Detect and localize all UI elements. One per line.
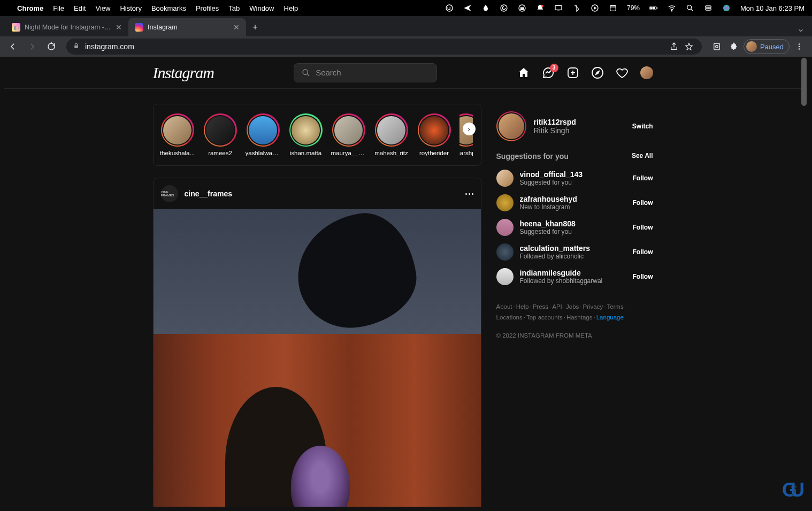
- chrome-tab-nightmode[interactable]: ◧ Night Mode for Instagram - Ch ✕: [5, 18, 128, 36]
- date-icon[interactable]: [609, 4, 617, 12]
- utorrent-icon[interactable]: [445, 4, 454, 12]
- grammarly-icon[interactable]: [500, 4, 508, 12]
- menubar-history[interactable]: History: [120, 4, 141, 12]
- suggestion-item: zafranhousehyd New to Instagram Follow: [496, 190, 653, 215]
- suggestion-username[interactable]: calculation_matters: [520, 244, 633, 253]
- menubar-app[interactable]: Chrome: [17, 4, 43, 12]
- explore-button[interactable]: [591, 66, 604, 79]
- search-input[interactable]: Search: [294, 63, 437, 82]
- svg-point-18: [716, 45, 718, 48]
- chrome-tab-instagram[interactable]: Instagram ✕: [128, 18, 246, 36]
- messenger-button[interactable]: 3: [542, 66, 555, 79]
- footer-link[interactable]: Top accounts: [526, 314, 563, 321]
- suggestion-username[interactable]: zafranhousehyd: [520, 195, 633, 203]
- bookmark-button[interactable]: [683, 39, 695, 54]
- suggestions-see-all[interactable]: See All: [632, 152, 653, 161]
- display-icon[interactable]: [554, 4, 563, 12]
- profile-button[interactable]: Paused: [744, 39, 790, 54]
- droplet-icon[interactable]: [481, 4, 490, 12]
- tab-title: Instagram: [148, 24, 229, 31]
- menubar-view[interactable]: View: [95, 4, 110, 12]
- footer-link[interactable]: Language: [596, 314, 624, 321]
- svg-point-19: [799, 43, 800, 45]
- footer-link[interactable]: Locations: [496, 314, 523, 321]
- chrome-menu-button[interactable]: [792, 39, 807, 54]
- back-button[interactable]: [5, 39, 20, 54]
- play-icon[interactable]: [591, 4, 599, 12]
- footer-link[interactable]: Help: [516, 303, 529, 310]
- story-item[interactable]: ishan.matta: [288, 113, 324, 156]
- battery-percentage[interactable]: 79%: [627, 4, 640, 12]
- follow-button[interactable]: Follow: [633, 174, 653, 182]
- menubar-tab[interactable]: Tab: [228, 4, 240, 12]
- home-button[interactable]: [517, 66, 530, 79]
- menubar-profiles[interactable]: Profiles: [196, 4, 219, 12]
- post-image[interactable]: [154, 209, 481, 507]
- new-tab-button[interactable]: +: [246, 18, 264, 36]
- reading-list-button[interactable]: [709, 39, 724, 54]
- siri-icon[interactable]: [722, 4, 731, 12]
- footer-link[interactable]: Terms: [607, 303, 623, 310]
- extensions-button[interactable]: [726, 39, 741, 54]
- story-item[interactable]: mahesh_ritz: [374, 113, 409, 156]
- new-post-button[interactable]: [566, 66, 579, 79]
- story-item[interactable]: yashlalwan...: [246, 113, 281, 156]
- menubar-clock[interactable]: Mon 10 Jan 6:23 PM: [740, 4, 805, 12]
- notifications-icon[interactable]: [536, 4, 545, 12]
- follow-button[interactable]: Follow: [633, 273, 653, 280]
- profile-avatar-button[interactable]: [640, 66, 653, 79]
- address-bar[interactable]: instagram.com: [66, 39, 702, 55]
- suggestion-avatar[interactable]: [496, 194, 514, 211]
- forward-button[interactable]: [25, 39, 40, 54]
- control-center-icon[interactable]: [704, 4, 713, 12]
- suggestion-avatar[interactable]: [496, 219, 514, 236]
- footer-link[interactable]: Hashtags: [566, 314, 593, 321]
- stories-next-button[interactable]: ›: [463, 123, 476, 135]
- suggestion-avatar[interactable]: [496, 243, 514, 261]
- wifi-icon[interactable]: [668, 4, 676, 12]
- switch-account-button[interactable]: Switch: [632, 123, 653, 130]
- footer-link[interactable]: Privacy: [583, 303, 603, 310]
- close-icon[interactable]: ✕: [116, 23, 122, 32]
- footer-link[interactable]: Press: [533, 303, 548, 310]
- suggestion-username[interactable]: vinod_offical_143: [520, 170, 633, 179]
- cloud-icon[interactable]: 10: [518, 4, 526, 12]
- sidebar-username[interactable]: ritik112rspd: [534, 118, 632, 126]
- footer-link[interactable]: Jobs: [566, 303, 579, 310]
- battery-icon[interactable]: [649, 4, 658, 12]
- menubar-edit[interactable]: Edit: [74, 4, 86, 12]
- follow-button[interactable]: Follow: [633, 248, 653, 256]
- post-author-avatar[interactable]: CINE FRAMES: [161, 185, 178, 202]
- suggestion-avatar[interactable]: [496, 170, 514, 187]
- story-item[interactable]: thekushala...: [160, 113, 195, 156]
- story-item[interactable]: roytherider: [417, 113, 452, 156]
- suggestion-avatar[interactable]: [496, 268, 514, 285]
- suggestion-username[interactable]: indianmilesguide: [520, 269, 633, 277]
- share-button[interactable]: [668, 39, 680, 54]
- reload-button[interactable]: [44, 39, 59, 54]
- activity-button[interactable]: [616, 66, 629, 79]
- footer-link[interactable]: About: [496, 303, 512, 310]
- instagram-logo[interactable]: Instagram: [153, 64, 214, 82]
- story-item[interactable]: ramees2: [203, 113, 238, 156]
- svg-rect-7: [610, 5, 616, 11]
- sidebar-avatar[interactable]: [496, 111, 526, 141]
- instagram-main: thekushala... ramees2 yashlalwan... isha…: [4, 89, 801, 507]
- bluetooth-icon[interactable]: [572, 4, 581, 12]
- suggestion-username[interactable]: heena_khan808: [520, 219, 633, 228]
- story-item[interactable]: maurya__me: [331, 113, 366, 156]
- post-author-name[interactable]: cine__frames: [185, 189, 233, 198]
- menubar-file[interactable]: File: [53, 4, 64, 12]
- close-icon[interactable]: ✕: [233, 23, 240, 32]
- footer-link[interactable]: API: [552, 303, 562, 310]
- post-more-button[interactable]: [465, 193, 473, 195]
- tab-overflow-button[interactable]: [797, 27, 805, 36]
- menubar-window[interactable]: Window: [249, 4, 274, 12]
- spotlight-icon[interactable]: [686, 4, 694, 12]
- menubar-help[interactable]: Help: [284, 4, 298, 12]
- paper-plane-icon[interactable]: [463, 4, 472, 12]
- menubar-bookmarks[interactable]: Bookmarks: [151, 4, 186, 12]
- follow-button[interactable]: Follow: [633, 224, 653, 231]
- scrollbar[interactable]: [801, 58, 807, 106]
- follow-button[interactable]: Follow: [633, 199, 653, 207]
